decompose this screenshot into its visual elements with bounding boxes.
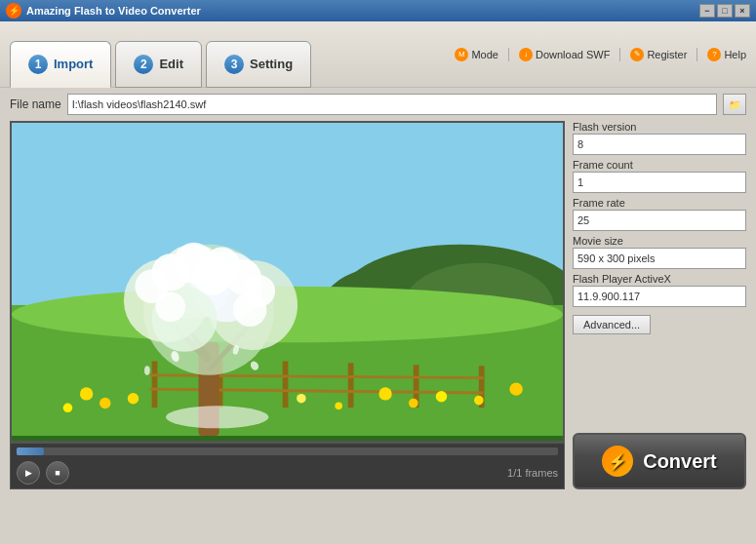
svg-point-41 (378, 387, 391, 400)
mode-label: Mode (471, 49, 498, 60)
svg-point-48 (335, 403, 342, 410)
flash-version-group: Flash version (573, 121, 746, 155)
main-content: File name 📁 (0, 88, 756, 495)
svg-point-38 (99, 398, 110, 408)
preview-svg (12, 123, 563, 441)
svg-point-40 (128, 393, 139, 404)
frame-count-label: Frame count (573, 159, 746, 171)
flash-version-label: Flash version (573, 121, 746, 133)
stop-button[interactable]: ■ (46, 461, 69, 485)
svg-point-42 (409, 399, 418, 408)
svg-point-36 (144, 366, 150, 375)
sep2 (619, 48, 620, 61)
window-buttons: − □ × (699, 4, 750, 18)
movie-size-label: Movie size (573, 235, 746, 247)
svg-rect-8 (283, 361, 289, 408)
svg-point-47 (297, 394, 306, 404)
flash-player-label: Flash Player ActiveX (573, 273, 746, 285)
flash-player-group: Flash Player ActiveX (573, 273, 746, 307)
frame-count-group: Frame count (573, 159, 746, 193)
svg-point-43 (436, 391, 447, 402)
svg-point-44 (474, 396, 484, 406)
app-icon: ⚡ (6, 3, 21, 19)
convert-label: Convert (643, 450, 717, 473)
flash-version-input[interactable] (573, 134, 746, 155)
maximize-button[interactable]: □ (717, 4, 733, 18)
seek-bar-container[interactable] (17, 447, 558, 457)
header-buttons: M Mode ↓ Download SWF ✎ Register ? Help (455, 48, 746, 61)
register-icon: ✎ (630, 48, 644, 61)
register-button[interactable]: ✎ Register (630, 48, 687, 61)
tab-import-label: Import (54, 57, 93, 71)
register-label: Register (647, 49, 687, 60)
controls-row: ▶ ■ 1/1 frames (17, 461, 558, 485)
convert-button[interactable]: ⚡ Convert (573, 433, 746, 489)
browse-button[interactable]: 📁 (723, 94, 746, 115)
svg-point-39 (63, 403, 73, 412)
advanced-button[interactable]: Advanced... (573, 315, 651, 334)
convert-icon: ⚡ (602, 446, 633, 477)
header: 1 Import 2 Edit 3 Setting M Mode ↓ Downl… (0, 21, 756, 88)
svg-point-46 (166, 406, 268, 428)
frame-rate-label: Frame rate (573, 197, 746, 209)
seek-progress (17, 447, 44, 455)
sep3 (696, 48, 697, 61)
help-icon: ? (707, 48, 721, 61)
svg-rect-9 (348, 363, 354, 408)
playback-controls: ▶ ■ 1/1 frames (10, 443, 565, 489)
svg-point-45 (509, 382, 522, 395)
download-swf-label: Download SWF (536, 49, 610, 60)
tab-import-number: 1 (28, 55, 48, 74)
video-section: ▶ ■ 1/1 frames (10, 121, 565, 489)
frame-rate-group: Frame rate (573, 197, 746, 231)
tab-setting-number: 3 (224, 55, 244, 74)
mode-button[interactable]: M Mode (455, 48, 498, 61)
help-button[interactable]: ? Help (707, 48, 746, 61)
tab-edit-number: 2 (134, 55, 153, 74)
tab-setting-label: Setting (250, 57, 293, 71)
download-swf-button[interactable]: ↓ Download SWF (519, 48, 610, 61)
frames-label: 1/1 frames (507, 467, 558, 479)
app-title: Amazing Flash to Video Converter (26, 5, 699, 17)
minimize-button[interactable]: − (699, 4, 715, 18)
svg-point-31 (155, 292, 185, 323)
tab-setting[interactable]: 3 Setting (206, 41, 311, 88)
right-panel: Flash version Frame count Frame rate Mov… (573, 121, 746, 489)
play-button[interactable]: ▶ (17, 461, 40, 485)
frame-rate-input[interactable] (573, 210, 746, 231)
svg-rect-6 (152, 361, 158, 408)
tab-edit-label: Edit (159, 57, 183, 71)
svg-point-30 (233, 292, 266, 326)
svg-point-32 (193, 255, 232, 294)
movie-size-group: Movie size (573, 235, 746, 269)
mode-icon: M (455, 48, 468, 61)
svg-point-37 (80, 387, 93, 400)
tab-edit[interactable]: 2 Edit (115, 41, 202, 88)
video-preview (10, 121, 565, 443)
filename-input[interactable] (67, 94, 717, 115)
movie-size-input[interactable] (573, 248, 746, 269)
help-label: Help (724, 49, 746, 60)
title-bar: ⚡ Amazing Flash to Video Converter − □ × (0, 0, 756, 21)
frame-count-input[interactable] (573, 172, 746, 193)
sep1 (508, 48, 509, 61)
seek-bar[interactable] (17, 447, 558, 455)
flash-player-input[interactable] (573, 286, 746, 307)
filename-label: File name (10, 97, 61, 111)
close-button[interactable]: × (735, 4, 750, 18)
content-area: ▶ ■ 1/1 frames Flash version Frame count… (10, 121, 746, 489)
tab-import[interactable]: 1 Import (10, 41, 111, 88)
download-icon: ↓ (519, 48, 533, 61)
filename-row: File name 📁 (10, 94, 746, 115)
